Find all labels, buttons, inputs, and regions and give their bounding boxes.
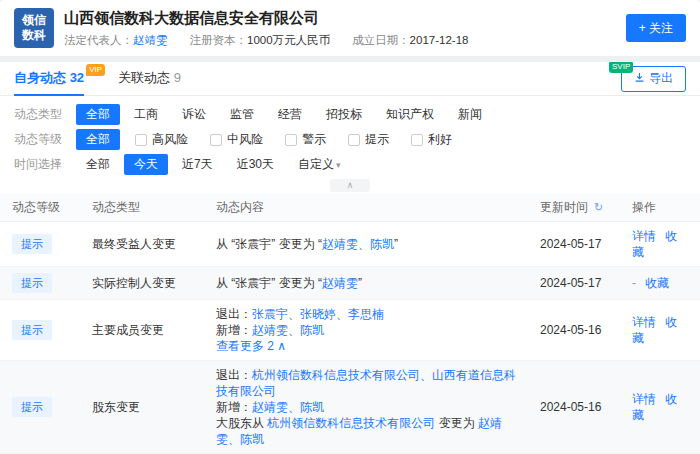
follow-button-label: 关注	[649, 21, 673, 35]
filter-level-checkbox[interactable]: 中风险	[210, 131, 263, 148]
type-cell: 实际控制人变更	[80, 267, 204, 300]
filter-time-option[interactable]: 全部	[76, 154, 120, 175]
checkbox-icon	[135, 134, 147, 146]
reg-capital-label: 注册资本：	[190, 34, 248, 46]
ops-cell: 详情收藏	[620, 361, 700, 454]
tab-related-label: 关联动态	[118, 70, 170, 85]
level-cell: 提示	[0, 361, 80, 454]
filter-row-time: 时间选择 全部今天近7天近30天自定义▾	[14, 154, 686, 175]
filter-type-label: 动态类型	[14, 106, 76, 123]
action-link[interactable]: 详情	[632, 392, 656, 406]
table-header-cell: 动态等级	[0, 194, 80, 222]
content-link[interactable]: 赵靖雯	[322, 276, 358, 290]
filter-row-type: 动态类型 全部工商诉讼监管经营招投标知识产权新闻	[14, 104, 686, 125]
tab-related-dynamics[interactable]: 关联动态 9	[118, 62, 181, 96]
action-link[interactable]: 收藏	[645, 276, 669, 290]
tab-bar: 自身动态 32 VIP 关联动态 9 SVIP 导出	[0, 62, 700, 96]
type-cell: 最终受益人变更	[80, 222, 204, 267]
filter-time-option[interactable]: 近7天	[172, 154, 223, 175]
content-line: 大股东从 杭州领信数科信息技术有限公司 变更为 赵靖雯、陈凯	[216, 415, 516, 447]
checkbox-icon	[210, 134, 222, 146]
table-row: 提示主要成员变更退出：张震宇、张晓婷、李思楠新增：赵靖雯、陈凯查看更多 2 ∧2…	[0, 300, 700, 361]
filter-type-option[interactable]: 监管	[220, 104, 264, 125]
content-cell: 退出：杭州领信数科信息技术有限公司、山西有道信息科技有限公司新增：赵靖雯、陈凯大…	[204, 361, 528, 454]
time-cell: 2024-05-17	[528, 267, 620, 300]
legal-rep-label: 法定代表人：	[64, 34, 133, 46]
level-cell: 提示	[0, 267, 80, 300]
table-header-row: 动态等级动态类型动态内容更新时间 ↻操作	[0, 194, 700, 222]
content-link[interactable]: 张震宇、张晓婷、李思楠	[252, 307, 384, 321]
time-cell: 2024-05-16	[528, 361, 620, 454]
plus-icon: +	[639, 21, 646, 35]
filter-type-option[interactable]: 知识产权	[376, 104, 444, 125]
filter-level-options: 全部高风险中风险警示提示利好	[76, 129, 463, 150]
checkbox-icon	[285, 134, 297, 146]
checkbox-icon	[348, 134, 360, 146]
table-header-cell: 动态内容	[204, 194, 528, 222]
filter-time-option[interactable]: 近30天	[227, 154, 284, 175]
filter-type-option[interactable]: 新闻	[448, 104, 492, 125]
level-cell: 提示	[0, 300, 80, 361]
established-value: 2017-12-18	[410, 34, 469, 46]
content-link[interactable]: 赵靖雯、陈凯	[252, 400, 324, 414]
table-header-cell: 更新时间 ↻	[528, 194, 620, 222]
filter-time-option[interactable]: 今天	[124, 154, 168, 175]
download-icon	[634, 72, 645, 86]
filter-time-options: 全部今天近7天近30天自定义▾	[76, 154, 355, 175]
content-text: ”	[394, 237, 398, 251]
content-line: 从 “张震宇” 变更为 “赵靖雯”	[216, 275, 516, 291]
established-group: 成立日期：2017-12-18	[352, 33, 468, 48]
table-header-cell: 操作	[620, 194, 700, 222]
filter-type-option[interactable]: 全部	[76, 104, 120, 125]
tab-self-dynamics[interactable]: 自身动态 32 VIP	[14, 62, 84, 96]
collapse-toggle[interactable]: ∧	[330, 179, 370, 192]
filter-time-label: 时间选择	[14, 156, 76, 173]
filter-type-option[interactable]: 诉讼	[172, 104, 216, 125]
type-cell: 主要成员变更	[80, 300, 204, 361]
content-link[interactable]: 赵靖雯、陈凯	[322, 237, 394, 251]
filter-time-custom[interactable]: 自定义▾	[288, 154, 351, 175]
content-line: 从 “张震宇” 变更为 “赵靖雯、陈凯”	[216, 236, 516, 252]
content-text: 变更为	[435, 416, 478, 430]
filter-level-checkbox[interactable]: 高风险	[135, 131, 188, 148]
content-text: 退出：	[216, 307, 252, 321]
tab-related-count: 9	[174, 70, 181, 85]
level-badge[interactable]: 提示	[12, 234, 52, 254]
level-badge[interactable]: 提示	[12, 320, 52, 340]
filter-type-option[interactable]: 工商	[124, 104, 168, 125]
content-line: 退出：杭州领信数科信息技术有限公司、山西有道信息科技有限公司	[216, 367, 516, 399]
level-badge[interactable]: 提示	[12, 273, 52, 293]
checkbox-icon	[411, 134, 423, 146]
content-link[interactable]: 赵靖雯、陈凯	[252, 323, 324, 337]
content-link[interactable]: 杭州领信数科信息技术有限公司	[267, 416, 435, 430]
company-info: 山西领信数科大数据信息安全有限公司 法定代表人：赵靖雯 注册资本：1000万元人…	[64, 9, 490, 48]
export-button-label: 导出	[649, 70, 673, 87]
filter-level-checkbox[interactable]: 提示	[348, 131, 389, 148]
action-link[interactable]: 详情	[632, 315, 656, 329]
dynamics-panel: 自身动态 32 VIP 关联动态 9 SVIP 导出 动态类型 全部工商诉讼监管…	[0, 62, 700, 454]
legal-rep-link[interactable]: 赵靖雯	[133, 34, 168, 46]
filter-type-option[interactable]: 经营	[268, 104, 312, 125]
content-text: ”	[358, 276, 362, 290]
table-head: 动态等级动态类型动态内容更新时间 ↻操作	[0, 194, 700, 222]
filter-level-option-all[interactable]: 全部	[76, 129, 120, 150]
no-detail-dash: -	[632, 276, 636, 290]
time-cell: 2024-05-17	[528, 222, 620, 267]
company-header: 领信 数科 山西领信数科大数据信息安全有限公司 法定代表人：赵靖雯 注册资本：1…	[0, 0, 700, 56]
logo-text-line2: 数科	[22, 28, 46, 43]
reg-capital-group: 注册资本：1000万元人民币	[190, 33, 331, 48]
tab-self-count: 32	[70, 70, 84, 85]
level-badge[interactable]: 提示	[12, 397, 52, 417]
filter-level-checkbox[interactable]: 利好	[411, 131, 452, 148]
filter-type-option[interactable]: 招投标	[316, 104, 372, 125]
legal-rep-group: 法定代表人：赵靖雯	[64, 33, 168, 48]
content-line: 新增：赵靖雯、陈凯	[216, 322, 516, 338]
content-link[interactable]: 杭州领信数科信息技术有限公司、山西有道信息科技有限公司	[216, 368, 516, 398]
refresh-icon[interactable]: ↻	[591, 201, 603, 213]
established-label: 成立日期：	[352, 34, 410, 46]
logo-text-line1: 领信	[22, 13, 46, 28]
filter-level-checkbox[interactable]: 警示	[285, 131, 326, 148]
action-link[interactable]: 详情	[632, 229, 656, 243]
content-link[interactable]: 查看更多 2 ∧	[216, 339, 286, 353]
follow-button[interactable]: + 关注	[626, 14, 686, 42]
